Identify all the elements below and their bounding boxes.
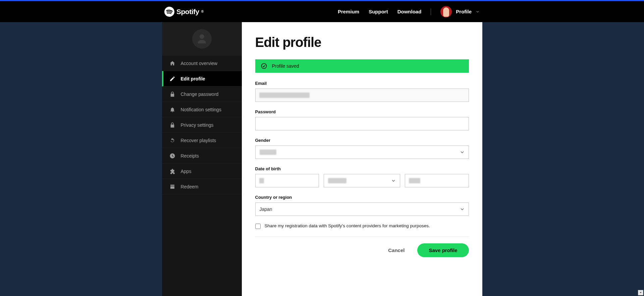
dob-label: Date of birth [255, 166, 469, 171]
country-value: Japan [260, 206, 272, 212]
sidebar-item-label: Apps [181, 169, 192, 174]
sidebar-item-receipts[interactable]: Receipts [162, 148, 242, 164]
header-nav: Premium Support Download Profile [338, 6, 480, 17]
gender-label: Gender [255, 138, 469, 143]
field-password: Password [255, 109, 469, 130]
puzzle-icon [169, 168, 175, 174]
sidebar-item-edit-profile[interactable]: Edit profile [162, 71, 242, 86]
avatar-icon [440, 6, 452, 17]
gender-select[interactable] [255, 145, 469, 159]
marketing-checkbox-label: Share my registration data with Spotify'… [265, 223, 430, 228]
country-select[interactable]: Japan [255, 202, 469, 216]
cancel-button[interactable]: Cancel [381, 243, 411, 257]
sidebar-item-label: Privacy settings [181, 122, 214, 128]
marketing-checkbox-row[interactable]: Share my registration data with Spotify'… [255, 223, 469, 237]
sidebar-avatar [162, 22, 242, 56]
spotify-icon [164, 7, 174, 17]
field-email: Email [255, 81, 469, 102]
pencil-icon [169, 76, 175, 82]
scroll-down-button[interactable] [638, 290, 643, 295]
password-input[interactable] [255, 117, 469, 130]
sidebar-item-redeem[interactable]: Redeem [162, 179, 242, 194]
nav-divider [431, 8, 431, 15]
lock-icon [169, 91, 175, 97]
chevron-down-icon [639, 291, 642, 294]
avatar-placeholder-icon [192, 29, 212, 49]
email-label: Email [255, 81, 469, 86]
sidebar-item-apps[interactable]: Apps [162, 164, 242, 179]
nav-download[interactable]: Download [397, 9, 422, 14]
account-sidebar: Account overview Edit profile Change pas… [162, 22, 242, 296]
spotify-logo[interactable]: Spotify® [164, 7, 204, 17]
dob-day-input[interactable] [255, 174, 319, 187]
profile-label: Profile [456, 9, 472, 14]
sidebar-item-label: Redeem [181, 184, 199, 189]
sidebar-item-notification-settings[interactable]: Notification settings [162, 102, 242, 117]
form-actions: Cancel Save profile [255, 243, 469, 257]
sidebar-item-privacy-settings[interactable]: Privacy settings [162, 117, 242, 133]
sidebar-item-account-overview[interactable]: Account overview [162, 56, 242, 71]
sidebar-item-label: Recover playlists [181, 138, 216, 143]
refresh-icon [169, 137, 175, 143]
chevron-down-icon [476, 10, 480, 14]
nav-support[interactable]: Support [369, 9, 388, 14]
card-icon [169, 184, 175, 190]
svg-point-1 [261, 64, 266, 69]
lock-icon [169, 122, 175, 128]
sidebar-item-label: Change password [181, 92, 219, 97]
home-icon [169, 60, 175, 66]
global-header: Spotify® Premium Support Download Profil… [0, 1, 644, 22]
bell-icon [169, 107, 175, 113]
password-label: Password [255, 109, 469, 114]
field-dob: Date of birth [255, 166, 469, 187]
dob-month-select[interactable] [324, 174, 400, 187]
sidebar-item-change-password[interactable]: Change password [162, 86, 242, 102]
main-content: Edit profile Profile saved Email Passwor… [242, 22, 482, 296]
field-gender: Gender [255, 138, 469, 159]
marketing-checkbox[interactable] [255, 224, 261, 229]
page-title: Edit profile [255, 35, 469, 50]
clock-icon [169, 153, 175, 159]
nav-premium[interactable]: Premium [338, 9, 359, 14]
sidebar-item-recover-playlists[interactable]: Recover playlists [162, 133, 242, 148]
check-circle-icon [261, 63, 267, 69]
sidebar-item-label: Edit profile [181, 76, 205, 81]
sidebar-item-label: Notification settings [181, 107, 221, 112]
sidebar-item-label: Account overview [181, 61, 218, 66]
profile-menu[interactable]: Profile [440, 6, 480, 17]
country-label: Country or region [255, 195, 469, 200]
sidebar-item-label: Receipts [181, 153, 199, 159]
brand-text: Spotify [176, 8, 199, 16]
save-profile-button[interactable]: Save profile [417, 243, 469, 257]
alert-text: Profile saved [272, 63, 299, 69]
field-country: Country or region Japan [255, 195, 469, 216]
alert-success: Profile saved [255, 59, 469, 73]
